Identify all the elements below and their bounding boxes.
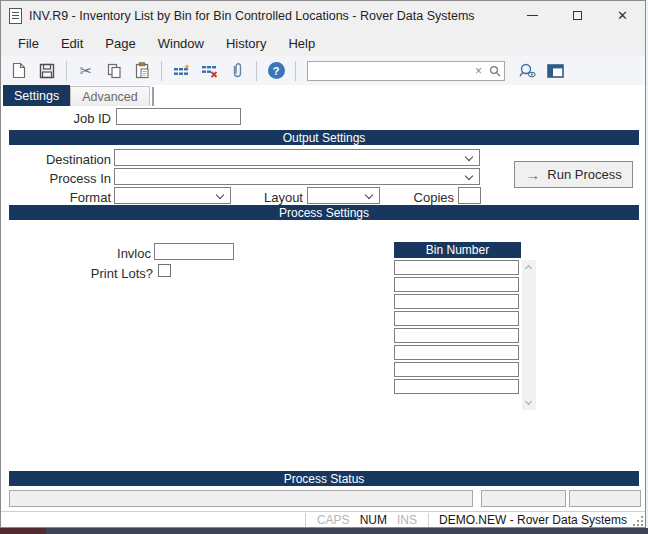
- process-settings-header: Process Settings: [9, 205, 639, 220]
- chevron-down-icon: [365, 191, 373, 199]
- process-in-select[interactable]: [114, 168, 480, 185]
- new-document-icon: [12, 62, 26, 79]
- bin-number-input[interactable]: [394, 328, 519, 343]
- tab-endcap: [152, 87, 154, 106]
- help-icon: ?: [268, 62, 285, 79]
- format-select[interactable]: [114, 187, 231, 204]
- toolbar: ✂: [1, 56, 645, 85]
- statusbar: CAPS NUM INS DEMO.NEW - Rover Data Syste…: [1, 511, 645, 527]
- copy-button[interactable]: [102, 59, 126, 83]
- destination-label: Destination: [11, 152, 111, 167]
- screen: INV.R9 - Inventory List by Bin for Bin C…: [0, 0, 648, 534]
- statusbar-separator: [305, 513, 306, 527]
- tab-settings[interactable]: Settings: [3, 85, 70, 106]
- window-controls: ✕: [510, 1, 645, 30]
- bin-number-input[interactable]: [394, 311, 519, 326]
- menu-edit[interactable]: Edit: [50, 32, 94, 55]
- search-icon: [489, 65, 501, 77]
- minimize-button[interactable]: [510, 1, 555, 30]
- copies-input[interactable]: [458, 187, 481, 204]
- tab-advanced[interactable]: Advanced: [70, 86, 150, 106]
- paperclip-icon: [230, 62, 244, 79]
- bin-table-scrollbar[interactable]: [522, 260, 536, 410]
- run-process-button[interactable]: → Run Process: [514, 161, 633, 188]
- layout-panel-button[interactable]: [543, 59, 567, 83]
- run-process-label: Run Process: [547, 167, 621, 182]
- scroll-down-icon[interactable]: [525, 398, 532, 405]
- attach-button[interactable]: [225, 59, 249, 83]
- layout-select[interactable]: [307, 187, 380, 204]
- desktop-strip-accent: [0, 528, 46, 534]
- layout-panel-icon: [547, 64, 564, 78]
- tabstrip: Settings Advanced: [3, 85, 154, 106]
- process-status-field-main: [9, 490, 473, 507]
- process-status-header: Process Status: [9, 471, 639, 486]
- titlebar: INV.R9 - Inventory List by Bin for Bin C…: [1, 1, 645, 30]
- format-label: Format: [11, 190, 111, 205]
- print-lots-checkbox[interactable]: [158, 264, 171, 277]
- print-lots-label: Print Lots?: [59, 266, 153, 281]
- search-clear-icon[interactable]: ×: [471, 64, 486, 78]
- invloc-input[interactable]: [154, 243, 234, 260]
- copy-icon: [107, 63, 122, 79]
- resize-grip[interactable]: [633, 514, 643, 526]
- menubar: File Edit Page Window History Help: [1, 30, 645, 56]
- ins-indicator: INS: [392, 513, 422, 527]
- close-button[interactable]: ✕: [600, 1, 645, 30]
- caps-indicator: CAPS: [312, 513, 355, 527]
- toolbar-separator: [161, 61, 162, 81]
- toolbar-separator: [256, 61, 257, 81]
- process-status-field-2: [481, 490, 566, 507]
- statusbar-separator: [428, 513, 429, 527]
- output-settings-header: Output Settings: [9, 130, 639, 145]
- help-button[interactable]: ?: [264, 59, 288, 83]
- paste-icon: [135, 62, 150, 79]
- maximize-button[interactable]: [555, 1, 600, 30]
- bin-number-input[interactable]: [394, 294, 519, 309]
- bin-number-input[interactable]: [394, 260, 519, 275]
- maximize-icon: [573, 11, 582, 20]
- add-rows-button[interactable]: [169, 59, 193, 83]
- menu-history[interactable]: History: [215, 32, 277, 55]
- bin-number-input[interactable]: [394, 277, 519, 292]
- zoom-view-icon: [519, 63, 536, 78]
- menu-file[interactable]: File: [7, 32, 50, 55]
- window-title: INV.R9 - Inventory List by Bin for Bin C…: [29, 9, 475, 23]
- toolbar-separator: [295, 61, 296, 81]
- bin-number-header: Bin Number: [394, 242, 521, 258]
- menu-window[interactable]: Window: [147, 32, 215, 55]
- add-rows-icon: [173, 64, 190, 78]
- app-icon: [9, 8, 22, 24]
- search-go-button[interactable]: [486, 59, 504, 83]
- zoom-view-button[interactable]: [515, 59, 539, 83]
- toolbar-separator: [66, 61, 67, 81]
- save-icon: [39, 63, 55, 79]
- minimize-icon: [527, 15, 538, 16]
- menu-help[interactable]: Help: [277, 32, 326, 55]
- run-arrow-icon: →: [525, 167, 540, 182]
- delete-rows-button[interactable]: [197, 59, 221, 83]
- new-document-button[interactable]: [7, 59, 31, 83]
- bin-number-input[interactable]: [394, 379, 519, 394]
- connection-status: DEMO.NEW - Rover Data Systems: [435, 513, 631, 527]
- app-window: INV.R9 - Inventory List by Bin for Bin C…: [0, 0, 646, 528]
- save-button[interactable]: [35, 59, 59, 83]
- search-input[interactable]: [308, 63, 471, 79]
- process-status-field-3: [569, 490, 641, 507]
- search-box: ×: [307, 61, 505, 81]
- chevron-down-icon: [465, 172, 473, 180]
- menu-page[interactable]: Page: [94, 32, 146, 55]
- job-id-input[interactable]: [116, 108, 241, 125]
- job-id-label: Job ID: [31, 111, 111, 126]
- bin-rows: [394, 260, 519, 396]
- bin-number-input[interactable]: [394, 362, 519, 377]
- copies-label: Copies: [396, 190, 454, 205]
- paste-button[interactable]: [130, 59, 154, 83]
- delete-rows-icon: [201, 64, 218, 78]
- destination-select[interactable]: [114, 149, 480, 166]
- cut-button[interactable]: ✂: [74, 59, 98, 83]
- chevron-down-icon: [216, 191, 224, 199]
- scroll-up-icon[interactable]: [525, 265, 532, 272]
- bin-number-input[interactable]: [394, 345, 519, 360]
- layout-label: Layout: [241, 190, 303, 205]
